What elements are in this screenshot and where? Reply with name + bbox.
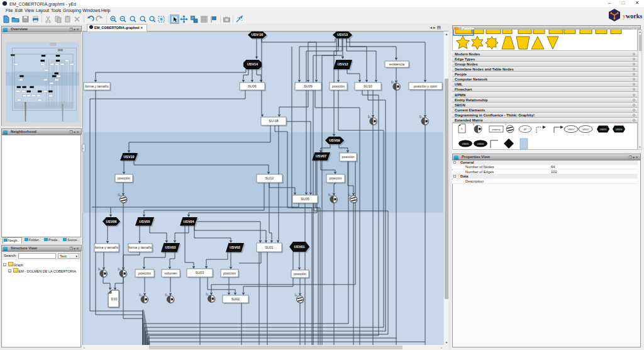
svg-text:property: property	[492, 128, 500, 131]
svg-text:SU09: SU09	[304, 84, 313, 88]
svg-text:D.: D.	[206, 293, 209, 295]
svg-text:SU01: SU01	[265, 246, 274, 249]
svg-text:D.: D.	[139, 293, 142, 296]
svg-text:USV06: USV06	[106, 220, 116, 223]
svg-text:forma y tamaño: forma y tamaño	[85, 84, 108, 88]
svg-text:D.: D.	[419, 115, 422, 118]
svg-text:USV14: USV14	[247, 62, 258, 66]
svg-text:SU03: SU03	[196, 271, 204, 274]
svg-text:D.: D.	[473, 123, 475, 126]
svg-text:USV09: USV09	[329, 138, 340, 142]
svg-text:SU10: SU10	[364, 84, 372, 88]
svg-text:USV07: USV07	[316, 154, 326, 158]
svg-text:D.: D.	[118, 268, 120, 270]
svg-text:SU02: SU02	[231, 297, 240, 301]
svg-text:SU05: SU05	[301, 197, 309, 201]
svg-text:SU12: SU12	[265, 176, 274, 180]
svg-text:posición: posición	[330, 176, 342, 180]
svg-text:USV02: USV02	[582, 128, 589, 131]
svg-text:C.: C.	[348, 193, 351, 196]
svg-text:posición: posición	[118, 176, 130, 180]
svg-text:USV04: USV04	[183, 220, 194, 223]
svg-text:USV02: USV02	[230, 246, 240, 249]
svg-text:USV05: USV05	[462, 143, 469, 145]
svg-text:USV05: USV05	[139, 220, 150, 223]
svg-text:posición: posición	[332, 84, 345, 88]
svg-text:D.: D.	[368, 115, 370, 118]
svg-text:forma y tamaño: forma y tamaño	[95, 246, 118, 249]
svg-text:USV03: USV03	[600, 128, 607, 131]
svg-text:posición: posición	[342, 155, 355, 159]
svg-text:posición: posición	[223, 271, 236, 275]
svg-text:D.: D.	[391, 81, 394, 83]
svg-text:SU-08: SU-08	[269, 119, 278, 123]
svg-text:D.03: D.03	[111, 298, 118, 301]
svg-text:USV03: USV03	[165, 246, 175, 249]
svg-text:USV12: USV12	[337, 62, 348, 66]
svg-text:D.: D.	[165, 293, 168, 296]
svg-text:C.: C.	[295, 293, 297, 296]
svg-text:posición: posición	[138, 271, 151, 275]
svg-text:USV04: USV04	[616, 128, 623, 131]
svg-text:existencia: existencia	[389, 62, 404, 66]
svg-text:yworks: yworks	[623, 13, 642, 20]
svg-text:C.: C.	[118, 193, 121, 196]
svg-text:USV01: USV01	[568, 128, 575, 131]
svg-text:D.: D.	[461, 128, 463, 130]
svg-text:D.: D.	[98, 268, 101, 270]
svg-text:volumen: volumen	[164, 271, 177, 275]
svg-text:D.: D.	[328, 193, 331, 196]
svg-text:posición: posición	[294, 272, 306, 276]
svg-text:USV10: USV10	[123, 155, 134, 159]
svg-text:USV-16: USV-16	[252, 33, 264, 37]
svg-text:USV06: USV06	[477, 143, 484, 145]
svg-text:forma y tamaño: forma y tamaño	[128, 246, 152, 249]
svg-text:USV01: USV01	[294, 245, 304, 249]
svg-text:SP: SP	[524, 128, 527, 131]
svg-text:posición y color: posición y color	[414, 84, 437, 88]
svg-text:C.: C.	[505, 123, 507, 126]
svg-text:SU06: SU06	[248, 84, 257, 88]
svg-text:USV13: USV13	[337, 33, 348, 37]
